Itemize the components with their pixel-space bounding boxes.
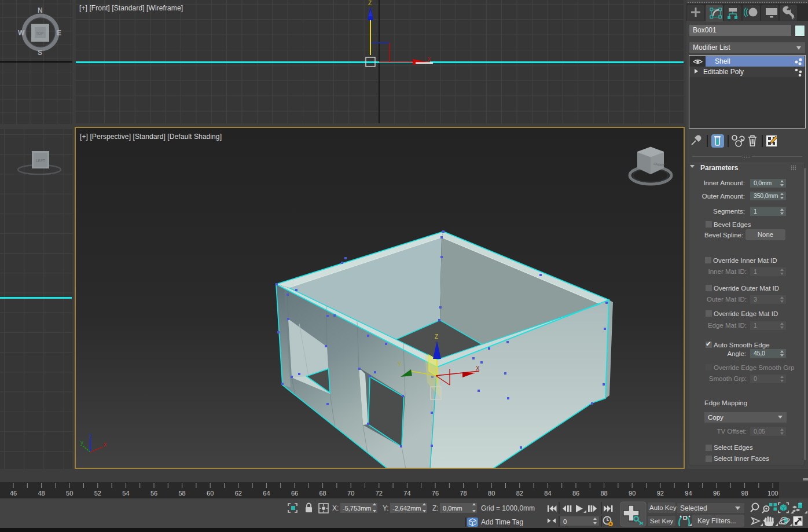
svg-text:Add Time Tag: Add Time Tag <box>481 518 523 526</box>
svg-text:Z:: Z: <box>432 504 439 512</box>
svg-text:X: X <box>427 56 431 63</box>
svg-text:N: N <box>38 6 43 14</box>
svg-text:Y:: Y: <box>383 504 389 512</box>
svg-text:z: z <box>89 433 92 439</box>
svg-text:Y: Y <box>398 361 402 368</box>
svg-text:80: 80 <box>488 490 495 497</box>
svg-text:X: X <box>476 365 480 372</box>
svg-text:92: 92 <box>657 490 664 497</box>
svg-text:Set Key: Set Key <box>650 518 674 524</box>
svg-text:Selected: Selected <box>680 504 707 512</box>
svg-text:S: S <box>38 49 42 57</box>
svg-text:88: 88 <box>600 490 607 497</box>
svg-text:48: 48 <box>38 490 45 497</box>
svg-text:74: 74 <box>403 490 410 497</box>
svg-text:x: x <box>104 441 106 447</box>
svg-text:98: 98 <box>741 490 748 497</box>
svg-text:70: 70 <box>347 490 354 497</box>
svg-text:Key Filters...: Key Filters... <box>697 517 736 525</box>
svg-text:Grid = 1000,0mm: Grid = 1000,0mm <box>481 504 535 512</box>
svg-text:96: 96 <box>713 490 720 497</box>
svg-text:62: 62 <box>235 490 242 497</box>
svg-text:58: 58 <box>178 490 185 497</box>
svg-text:46: 46 <box>10 490 17 497</box>
svg-text:0,0mm: 0,0mm <box>443 505 462 512</box>
svg-text:50: 50 <box>66 490 73 497</box>
svg-text:Z: Z <box>368 0 372 6</box>
svg-text:-5,753mm: -5,753mm <box>343 505 372 512</box>
svg-text:52: 52 <box>94 490 101 497</box>
svg-text:E: E <box>57 29 61 37</box>
svg-text:LEFT: LEFT <box>36 159 45 163</box>
svg-text:Auto Key: Auto Key <box>649 504 677 511</box>
svg-text:66: 66 <box>291 490 298 497</box>
svg-text:y: y <box>80 439 83 446</box>
svg-text:0: 0 <box>563 518 567 525</box>
svg-text:76: 76 <box>432 490 439 497</box>
svg-text:54: 54 <box>122 490 129 497</box>
svg-text:X:: X: <box>332 504 339 512</box>
svg-text:68: 68 <box>319 490 326 497</box>
svg-text:60: 60 <box>207 490 214 497</box>
svg-text:Z: Z <box>435 333 438 340</box>
svg-text:100: 100 <box>767 490 778 497</box>
svg-text:84: 84 <box>544 490 551 497</box>
svg-text:W: W <box>18 29 25 37</box>
svg-text:94: 94 <box>685 490 692 497</box>
svg-text:-2,642mm: -2,642mm <box>392 505 421 512</box>
svg-text:64: 64 <box>263 490 270 497</box>
svg-text:TOP: TOP <box>36 31 43 35</box>
svg-text:56: 56 <box>150 490 157 497</box>
svg-text:86: 86 <box>572 490 579 497</box>
svg-text:72: 72 <box>376 490 383 497</box>
svg-text:78: 78 <box>460 490 467 497</box>
svg-text:90: 90 <box>629 490 636 497</box>
svg-text:82: 82 <box>516 490 523 497</box>
